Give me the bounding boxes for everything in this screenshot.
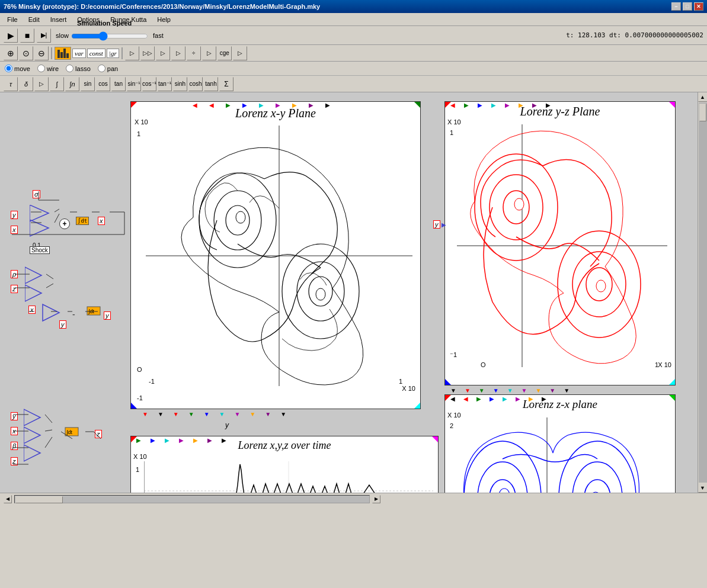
yz-grid — [457, 124, 667, 367]
op-button-3[interactable]: ▷ — [156, 46, 170, 60]
speed-slider[interactable] — [71, 31, 148, 41]
svg-point-33 — [464, 441, 541, 493]
yz-ym1: ⁻1 — [450, 351, 457, 359]
titlebar: 76% Minsky (prototype): D:/economic/Conf… — [0, 0, 707, 13]
histogram-icon[interactable] — [55, 47, 71, 60]
func-sin[interactable]: sin — [81, 77, 95, 91]
lorenz-xyz-time-graph[interactable]: Lorenz x,y,z over time X 10 x 100 1 -1 0… — [130, 436, 439, 493]
scroll-down-button[interactable]: ▼ — [698, 483, 708, 493]
svg-line-82 — [94, 432, 101, 439]
stop-button[interactable]: ■ — [20, 28, 34, 43]
zx-corner-tr — [669, 395, 675, 401]
lorenz-xy-graph[interactable]: Lorenz x-y Plane X 10 X 10 1 O -1 1 -1 — [130, 101, 421, 409]
yz-corner-tr — [669, 102, 675, 108]
zoom-out-button[interactable]: ⊖ — [34, 46, 49, 60]
func-sinh[interactable]: sinh — [173, 77, 187, 91]
timestamp: t: 128.103 dt: 0.007000000000005002 — [566, 31, 703, 39]
graph-button[interactable]: |gr — [107, 49, 119, 58]
lorenz-zx-graph[interactable]: Lorenz z-x plane X 10 X 10 2 0⁻¹ O 1 — [444, 394, 676, 493]
zx-y2: 2 — [450, 422, 453, 429]
titlebar-controls: − □ ✕ — [671, 2, 703, 11]
minimize-button[interactable]: − — [671, 2, 681, 11]
menu-insert[interactable]: Insert — [46, 15, 72, 24]
func-integral-n[interactable]: ∫n — [65, 77, 79, 91]
yz-corner-bl — [445, 379, 451, 385]
menu-file[interactable]: File — [2, 15, 23, 24]
scroll-up-button[interactable]: ▲ — [698, 92, 708, 102]
title-text: 76% Minsky (prototype): D:/economic/Conf… — [4, 3, 320, 10]
op-button-2[interactable]: ▷▷ — [140, 46, 155, 60]
yz-bottom-markers: ▼ ▼ ▼ ▼ ▼ ▼ ▼ ▼ ▼ — [450, 387, 570, 394]
func-arcsin[interactable]: sin⁻¹ — [127, 77, 141, 91]
svg-line-77 — [45, 415, 52, 423]
toolbar2: ⊕ ⊙ ⊖ var const |gr ▷ ▷▷ ▷ ▷ ÷ ▷ cge ▷ — [0, 45, 707, 62]
func-cosh[interactable]: cosh — [188, 77, 203, 91]
mode-move[interactable]: move — [5, 65, 30, 72]
op-button-5[interactable]: ÷ — [187, 46, 201, 60]
yz-corner-br — [669, 379, 675, 385]
svg-line-46 — [55, 209, 59, 212]
svg-point-40 — [590, 492, 601, 493]
top-connections — [6, 175, 136, 246]
func-delta[interactable]: δ — [19, 77, 33, 91]
xy-y-axis-top: X 10 — [135, 118, 148, 126]
svg-line-48 — [55, 214, 59, 223]
modebar: move wire lasso pan — [0, 62, 707, 76]
hscroll-left-button[interactable]: ◀ — [4, 495, 12, 503]
step-button[interactable]: ▶| — [37, 28, 51, 43]
func-cos[interactable]: cos — [96, 77, 110, 91]
xy-corner-tl — [131, 102, 137, 108]
op-button-1[interactable]: ▷ — [125, 46, 139, 60]
simulation-speed-label: Simulation Speed — [77, 20, 132, 27]
func-tau[interactable]: τ — [4, 77, 18, 91]
svg-point-37 — [559, 441, 636, 493]
zx-chart — [458, 417, 668, 493]
yz-y-input: y ▶ — [433, 220, 446, 229]
xyz-corner-tr — [432, 436, 438, 442]
xy-corner-br — [414, 403, 420, 409]
menu-help[interactable]: Help — [152, 15, 175, 24]
func-arccos[interactable]: cos⁻¹ — [142, 77, 156, 91]
mode-lasso[interactable]: lasso — [66, 65, 91, 72]
svg-point-34 — [478, 462, 527, 493]
svg-line-80 — [61, 432, 72, 439]
op-button-8[interactable]: ▷ — [233, 46, 247, 60]
zoom-in-button[interactable]: ⊕ — [4, 46, 18, 60]
op-button-6[interactable]: ▷ — [202, 46, 216, 60]
mode-wire[interactable]: wire — [37, 65, 59, 72]
mode-pan[interactable]: pan — [98, 65, 118, 72]
maximize-button[interactable]: □ — [683, 2, 692, 11]
xyz-chart — [144, 461, 433, 493]
op-button-7[interactable]: cge — [217, 46, 232, 60]
toolbar: ▶ ■ ▶| slow Simulation Speed fast t: 128… — [0, 26, 707, 45]
lorenz-yz-graph[interactable]: Lorenz y-z Plane X 10 X 10 1 ⁻1 O 1 — [444, 101, 676, 385]
func-arrow[interactable]: ▷ — [34, 77, 49, 91]
func-arctan[interactable]: tan⁻¹ — [158, 77, 172, 91]
menu-edit[interactable]: Edit — [24, 15, 44, 24]
svg-point-7 — [236, 211, 245, 223]
hscroll-right-button[interactable]: ▶ — [372, 495, 380, 503]
xy-grid — [146, 126, 412, 386]
op-button-4[interactable]: ▷ — [171, 46, 185, 60]
xy-y-label: y — [225, 421, 229, 429]
scroll-thumb[interactable] — [699, 104, 706, 121]
hscroll-track[interactable] — [14, 495, 370, 503]
func-sigma[interactable]: Σ — [219, 77, 233, 91]
func-integral[interactable]: ∫ — [50, 77, 64, 91]
func-tan[interactable]: tan — [111, 77, 126, 91]
yz-y1: 1 — [450, 129, 453, 136]
vscrollbar[interactable]: ▲ ▼ — [698, 92, 707, 493]
canvas-area[interactable]: Lorenz x-y Plane X 10 X 10 1 O -1 1 -1 — [0, 92, 698, 493]
close-button[interactable]: ✕ — [694, 2, 703, 11]
const-button[interactable]: const — [87, 49, 105, 58]
hscroll-thumb[interactable] — [15, 496, 63, 503]
xy-top-markers: ◀ ◀ ▶ ▶ ▶ ▶ ▶ ▶ ▶ — [193, 102, 330, 108]
var-button[interactable]: var — [72, 49, 86, 58]
statusbar: ◀ ▶ — [0, 493, 707, 505]
zoom-fit-button[interactable]: ⊙ — [19, 46, 33, 60]
scroll-track[interactable] — [699, 102, 707, 483]
xyz-y-top: X 10 — [133, 453, 147, 460]
play-button[interactable]: ▶ — [4, 28, 18, 43]
svg-line-79 — [45, 437, 52, 448]
func-tanh[interactable]: tanh — [204, 77, 218, 91]
